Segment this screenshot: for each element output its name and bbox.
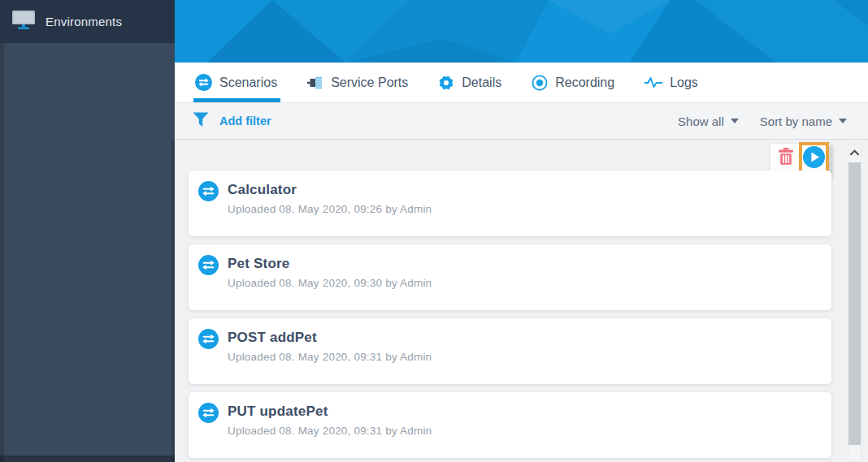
list-item-calculator[interactable]: Calculator Uploaded 08. May 2020, 09:26 …: [189, 171, 831, 236]
tab-label: Service Ports: [331, 76, 408, 90]
tab-label: Details: [462, 76, 501, 90]
scenario-uploaded: Uploaded 08. May 2020, 09:26 by Admin: [228, 203, 432, 215]
sidebar-bottom-edge: [0, 456, 175, 462]
tab-recording[interactable]: Recording: [532, 63, 614, 102]
sidebar: Environments: [0, 0, 175, 462]
app-window: Environments: [0, 0, 868, 462]
sidebar-item-label: Environments: [46, 15, 122, 28]
sidebar-left-edge: [0, 43, 4, 462]
caret-down-icon: [731, 119, 739, 123]
scenario-name: Calculator: [228, 182, 432, 198]
scroll-up-button[interactable]: [848, 145, 861, 158]
scrollbar-thumb[interactable]: [848, 162, 861, 445]
tab-label: Scenarios: [219, 76, 277, 90]
play-icon: [803, 146, 825, 171]
monitor-icon: [11, 10, 36, 33]
vertical-scrollbar[interactable]: [848, 144, 861, 462]
scenario-name: Pet Store: [228, 256, 432, 272]
scenario-list-panel: Calculator Uploaded 08. May 2020, 09:26 …: [175, 140, 868, 462]
tab-label: Recording: [555, 76, 614, 90]
trash-icon: [778, 148, 794, 169]
tab-details[interactable]: Details: [438, 63, 501, 102]
scenario-uploaded: Uploaded 08. May 2020, 09:30 by Admin: [228, 277, 432, 289]
play-button[interactable]: [803, 148, 825, 170]
scenario-list: Calculator Uploaded 08. May 2020, 09:26 …: [189, 171, 831, 462]
delete-button[interactable]: [770, 144, 801, 172]
scenario-uploaded: Uploaded 08. May 2020, 09:31 by Admin: [228, 425, 432, 437]
show-all-dropdown[interactable]: Show all: [678, 114, 739, 128]
scenario-uploaded: Uploaded 08. May 2020, 09:31 by Admin: [228, 351, 432, 363]
chevron-up-icon: [849, 145, 860, 159]
main-panel: Scenarios Service Ports: [175, 0, 868, 462]
header-banner: [175, 0, 868, 63]
sidebar-item-environments[interactable]: Environments: [0, 0, 175, 43]
caret-down-icon: [839, 119, 847, 123]
gear-icon: [438, 75, 454, 91]
sort-by-name-dropdown[interactable]: Sort by name: [760, 114, 847, 128]
swap-icon: [198, 255, 219, 278]
tab-bar: Scenarios Service Ports: [175, 63, 868, 103]
list-item-post-addpet[interactable]: POST addPet Uploaded 08. May 2020, 09:31…: [189, 318, 831, 384]
swap-icon: [198, 181, 219, 205]
swap-icon: [198, 403, 219, 426]
list-item-pet-store[interactable]: Pet Store Uploaded 08. May 2020, 09:30 b…: [189, 244, 831, 310]
scenario-name: PUT updatePet: [228, 404, 432, 420]
filter-controls: Show all Sort by name: [678, 114, 847, 128]
tab-scenarios[interactable]: Scenarios: [195, 63, 277, 102]
list-item-put-updatepet[interactable]: PUT updatePet Uploaded 08. May 2020, 09:…: [189, 392, 831, 458]
add-filter-label: Add filter: [219, 114, 271, 127]
add-filter-button[interactable]: Add filter: [193, 112, 271, 131]
tab-logs[interactable]: Logs: [644, 63, 698, 102]
show-all-value: Show all: [678, 114, 724, 128]
swap-icon: [195, 74, 212, 91]
pulse-icon: [644, 76, 662, 89]
tab-label: Logs: [670, 76, 698, 90]
record-icon: [532, 75, 548, 91]
port-icon: [307, 75, 323, 91]
tab-service-ports[interactable]: Service Ports: [307, 63, 408, 102]
filter-bar: Add filter Show all Sort by name: [175, 103, 868, 140]
swap-icon: [198, 329, 219, 352]
scenario-name: POST addPet: [228, 330, 432, 346]
sort-by-value: Sort by name: [760, 114, 832, 128]
funnel-icon: [193, 112, 209, 131]
